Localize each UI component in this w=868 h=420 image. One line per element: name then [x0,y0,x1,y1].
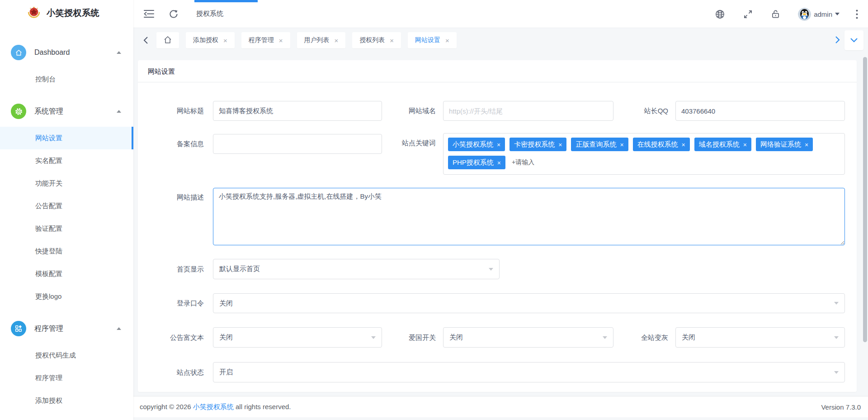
tab-list-dropdown[interactable] [844,30,863,50]
tab-add-auth[interactable]: 添加授权 [186,32,235,48]
close-icon[interactable] [497,141,500,148]
close-icon[interactable] [445,37,449,44]
keyword-tag[interactable]: 在线授权系统 [633,138,690,151]
close-icon[interactable] [743,141,747,148]
user-name: admin [814,10,832,18]
sidebar-group-label: Dashboard [34,48,117,57]
sidebar-group-label: 程序管理 [34,324,117,334]
keyword-tag-label: 在线授权系统 [637,140,678,149]
sidebar-item-site-settings[interactable]: 网站设置 [0,127,133,149]
home-display-value: 默认显示首页 [219,265,260,273]
patriotic-switch-label: 爱国开关 [384,327,436,348]
keyword-tag[interactable]: 卡密授权系统 [509,138,566,151]
tab-home[interactable] [156,32,179,48]
keyword-tag-label: 网络验证系统 [760,140,801,149]
top-bar: 授权系统 [133,0,868,28]
top-right-actions: admin [715,0,868,28]
tab-site-settings[interactable]: 网站设置 [408,32,457,48]
sidebar-item-announcement-config[interactable]: 公告配置 [0,195,133,217]
login-password-select[interactable]: 关闭 [213,293,845,313]
sidebar-nav: Dashboard 控制台 系统管理 网站设置 实名配置 功能开关 公告配置 验… [0,40,133,412]
patriotic-switch-value: 关闭 [449,333,463,342]
sidebar-item-realname-config[interactable]: 实名配置 [0,149,133,172]
menu-fold-icon[interactable] [144,10,154,18]
close-icon[interactable] [805,141,808,148]
close-icon[interactable] [335,37,339,44]
breadcrumb[interactable]: 授权系统 [196,10,223,18]
tab-label: 程序管理 [249,36,274,44]
vertical-scrollbar-thumb[interactable] [863,57,867,342]
site-title-label: 网站标题 [138,101,204,121]
site-qq-input[interactable] [675,101,845,121]
dashboard-sublist: 控制台 [0,68,133,91]
globe-icon[interactable] [715,10,725,19]
site-title-input[interactable] [213,101,382,121]
home-display-select[interactable]: 默认显示首页 [213,259,500,279]
patriotic-switch-select[interactable]: 关闭 [443,327,613,348]
close-icon[interactable] [682,141,685,148]
sidebar: 小笑授权系统 Dashboard 控制台 系统管 [0,0,133,420]
sidebar-item-change-logo[interactable]: 更换logo [0,285,133,308]
site-gray-label: 全站变灰 [617,327,668,348]
sidebar-item-quick-login[interactable]: 快捷登陆 [0,240,133,262]
site-domain-input[interactable] [443,101,613,121]
tab-auth-list[interactable]: 授权列表 [352,32,401,48]
tab-bar: 添加授权 程序管理 用户列表 授权列表 网站设置 [133,28,868,52]
sidebar-item-template-config[interactable]: 模板配置 [0,262,133,285]
site-gray-select[interactable]: 关闭 [675,327,845,348]
refresh-icon[interactable] [169,10,178,19]
gear-icon [11,104,26,119]
site-domain-label: 网站域名 [384,101,436,121]
unlock-icon[interactable] [771,10,780,19]
close-icon[interactable] [390,37,394,44]
announcement-richtext-select[interactable]: 关闭 [213,327,382,348]
close-icon[interactable] [223,37,227,44]
keyword-tag[interactable]: 正版查询系统 [571,138,628,151]
home-icon [163,35,172,46]
sidebar-group-dashboard[interactable]: Dashboard [0,40,133,65]
sidebar-item-add-auth[interactable]: 添加授权 [0,389,133,412]
close-icon[interactable] [558,141,562,148]
sidebar-item-feature-switch[interactable]: 功能开关 [0,172,133,195]
app-title: 小笑授权系统 [47,7,99,19]
keyword-input[interactable]: +请输入 [510,156,536,169]
keyword-tag-label: PHP授权系统 [453,158,494,167]
site-keywords-box[interactable]: 小笑授权系统 卡密授权系统 正版查询系统 在线授权系统 域名授权系统 网络验证系… [443,133,845,175]
fullscreen-icon[interactable] [744,10,752,19]
sidebar-group-program[interactable]: 程序管理 [0,316,133,341]
icp-info-input[interactable] [213,134,382,154]
copyright-suffix: all rights reserved. [234,403,291,410]
sidebar-item-console[interactable]: 控制台 [0,68,133,91]
user-menu[interactable]: admin [798,8,840,21]
sidebar-item-program-manage[interactable]: 程序管理 [0,367,133,389]
logo[interactable]: 小笑授权系统 [0,0,133,26]
close-icon[interactable] [620,141,623,148]
close-icon[interactable] [279,37,283,44]
caret-down-icon [834,302,839,305]
chevron-left-icon[interactable] [143,36,148,44]
system-sublist: 网站设置 实名配置 功能开关 公告配置 验证配置 快捷登陆 模板配置 更换log… [0,127,133,308]
footer-brand-link[interactable]: 小笑授权系统 [193,403,234,410]
tab-program-manage[interactable]: 程序管理 [241,32,290,48]
keyword-tag[interactable]: PHP授权系统 [448,156,505,169]
keyword-tag[interactable]: 网络验证系统 [756,138,813,151]
kebab-menu-icon[interactable] [856,10,858,19]
sidebar-item-auth-code-generate[interactable]: 授权代码生成 [0,344,133,367]
tab-user-list[interactable]: 用户列表 [297,32,346,48]
keyword-tag-label: 域名授权系统 [699,140,740,149]
announcement-richtext-value: 关闭 [219,333,233,342]
sidebar-group-system[interactable]: 系统管理 [0,99,133,124]
keyword-tag[interactable]: 域名授权系统 [694,138,751,151]
keyword-tag[interactable]: 小笑授权系统 [448,138,505,151]
sidebar-item-verify-config[interactable]: 验证配置 [0,217,133,240]
card-title: 网站设置 [138,60,857,82]
site-status-select[interactable]: 开启 [213,362,845,382]
home-display-label: 首页显示 [138,259,204,279]
close-icon[interactable] [497,159,501,166]
qq-penguin-avatar [798,8,811,21]
caret-down-icon [371,336,376,339]
site-description-textarea[interactable]: 小笑授权系统支持,服务器,虚拟主机,在线搭建，By小笑 [213,188,845,245]
chevron-right-icon[interactable] [835,36,840,44]
announcement-richtext-label: 公告富文本 [138,327,204,348]
login-password-value: 关闭 [219,299,233,308]
